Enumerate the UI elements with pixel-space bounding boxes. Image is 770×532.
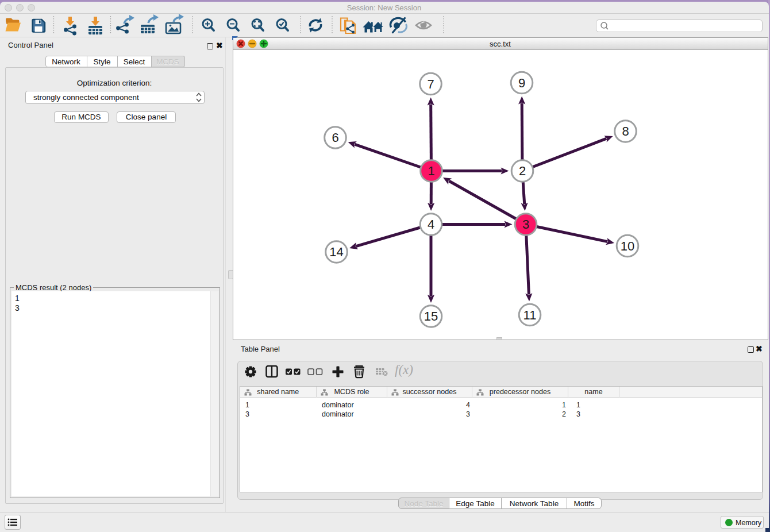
- svg-text:3: 3: [522, 217, 529, 232]
- svg-text:8: 8: [622, 124, 629, 138]
- svg-text:10: 10: [621, 239, 634, 253]
- svg-text:7: 7: [427, 77, 434, 91]
- svg-text:11: 11: [523, 308, 537, 322]
- svg-text:1: 1: [428, 164, 434, 178]
- svg-text:6: 6: [332, 130, 338, 145]
- svg-text:2: 2: [519, 164, 526, 178]
- svg-text:15: 15: [424, 309, 438, 323]
- svg-text:14: 14: [329, 245, 343, 259]
- svg-text:4: 4: [428, 217, 434, 232]
- svg-text:9: 9: [518, 76, 525, 90]
